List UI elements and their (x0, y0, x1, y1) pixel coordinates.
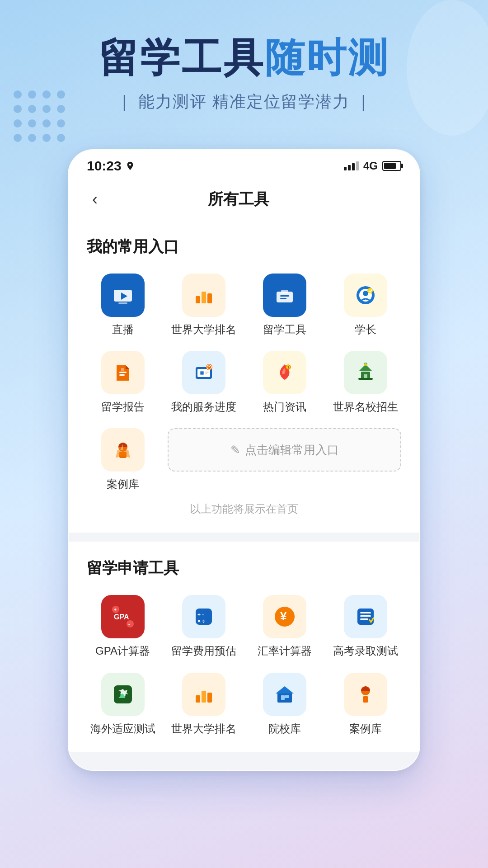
tool-label-service: 我的服务进度 (171, 400, 236, 414)
svg-text:-: - (128, 622, 130, 627)
tool-icon-schools (263, 673, 306, 716)
svg-rect-48 (360, 615, 371, 617)
hero-section: 留学工具随时测 ｜ 能力测评 精准定位留学潜力 ｜ (0, 0, 488, 131)
tool-label-live: 直播 (112, 322, 134, 336)
tool-item-exchange[interactable]: ¥ 汇率计算器 (249, 595, 320, 658)
tool-label-study-tools: 留学工具 (263, 322, 306, 336)
tool-icon-service (182, 351, 225, 394)
tool-icon-exchange: ¥ (263, 595, 306, 638)
svg-rect-7 (281, 290, 288, 293)
tool-label-schools: 院校库 (268, 722, 301, 736)
tool-label-news: 热门资讯 (263, 400, 306, 414)
status-right: 4G (344, 160, 401, 172)
content-area: 我的常用入口 直播 (69, 220, 419, 770)
edit-shortcut-label: 点击编辑常用入口 (245, 442, 339, 458)
hero-title: 留学工具随时测 (27, 36, 461, 80)
tool-item-schools[interactable]: 院校库 (249, 673, 320, 736)
tool-label-cost: 留学费用预估 (171, 644, 236, 658)
common-section: 我的常用入口 直播 (69, 220, 419, 533)
tool-icon-cost: + - × ÷ (182, 595, 225, 638)
nav-title: 所有工具 (103, 189, 374, 210)
tool-item-live[interactable]: 直播 (87, 274, 159, 336)
svg-rect-9 (280, 298, 286, 299)
svg-rect-2 (118, 302, 127, 304)
svg-rect-20 (205, 372, 209, 373)
svg-text:GPA: GPA (114, 613, 129, 621)
apply-section-title: 留学申请工具 (87, 558, 401, 579)
svg-rect-3 (196, 296, 200, 303)
tool-icon-cases2 (344, 673, 387, 716)
tool-item-service[interactable]: 我的服务进度 (168, 351, 239, 414)
svg-rect-15 (119, 374, 125, 376)
tool-icon-cases (101, 428, 145, 472)
tool-item-cases2[interactable]: 案例库 (329, 673, 401, 736)
tool-label-cases: 案例库 (107, 477, 139, 491)
svg-text:+: + (114, 607, 117, 612)
network-label: 4G (363, 160, 378, 172)
svg-rect-5 (207, 293, 212, 303)
svg-rect-21 (205, 373, 207, 374)
common-section-title: 我的常用入口 (87, 236, 401, 257)
svg-text:1: 1 (287, 366, 289, 369)
status-bar: 10:23 4G (69, 150, 419, 179)
tool-item-ranking2[interactable]: 世界大学排名 (168, 673, 239, 736)
tool-item-cases[interactable]: 案例库 (87, 428, 159, 491)
nav-bar: ‹ 所有工具 (69, 179, 419, 220)
common-tools-grid: 直播 世界大学排名 (87, 274, 401, 491)
tool-item-elite[interactable]: 世界名校招生 (329, 351, 401, 414)
battery-icon (382, 161, 401, 171)
svg-point-38 (127, 620, 134, 627)
tool-label-report: 留学报告 (101, 400, 145, 414)
tool-icon-news: 1 (263, 351, 306, 394)
signal-bars (344, 161, 359, 170)
decorative-dots (14, 90, 65, 142)
svg-rect-59 (363, 696, 368, 703)
tool-item-study-tools[interactable]: 留学工具 (249, 274, 320, 336)
apply-section: 留学申请工具 + - GPA (69, 542, 419, 751)
tool-icon-gaokao (344, 595, 387, 638)
hero-subtitle: ｜ 能力测评 精准定位留学潜力 ｜ (27, 91, 461, 113)
tool-label-gpa: GPA计算器 (95, 644, 150, 658)
phone-mockup: 10:23 4G ‹ 所有工具 (68, 149, 420, 771)
tool-item-abroad[interactable]: 海外适应测试 (87, 673, 159, 736)
tool-label-ranking: 世界大学排名 (171, 322, 236, 336)
svg-rect-51 (196, 695, 200, 703)
tool-item-ranking[interactable]: 世界大学排名 (168, 274, 239, 336)
tool-item-report[interactable]: 留学报告 (87, 351, 159, 414)
tool-item-senior[interactable]: 学长 (329, 274, 401, 336)
decorative-wave (407, 0, 488, 136)
tool-label-gaokao: 高考录取测试 (333, 644, 398, 658)
tool-label-abroad: 海外适应测试 (90, 722, 155, 736)
svg-rect-30 (358, 378, 373, 380)
tool-icon-senior (344, 274, 387, 317)
tool-label-ranking2: 世界大学排名 (171, 722, 236, 736)
tool-label-elite: 世界名校招生 (333, 400, 398, 414)
tool-icon-live (101, 274, 145, 317)
edit-icon: ✎ (230, 443, 240, 457)
svg-rect-4 (202, 292, 206, 303)
edit-shortcut-button[interactable]: ✎ 点击编辑常用入口 (168, 428, 401, 472)
svg-rect-53 (207, 693, 212, 703)
phone-wrapper: 10:23 4G ‹ 所有工具 (0, 149, 488, 771)
svg-rect-47 (360, 612, 371, 613)
svg-rect-57 (285, 695, 289, 698)
tool-icon-study-tools (263, 274, 306, 317)
tool-label-cases2: 案例库 (349, 722, 382, 736)
location-icon (125, 161, 135, 171)
svg-text:×  ÷: × ÷ (197, 618, 205, 624)
tool-item-gpa[interactable]: + - GPA GPA计算器 (87, 595, 159, 658)
tool-item-gaokao[interactable]: 高考录取测试 (329, 595, 401, 658)
tool-icon-abroad (101, 673, 145, 716)
svg-point-19 (201, 372, 203, 374)
svg-rect-49 (360, 618, 368, 620)
section-hint: 以上功能将展示在首页 (87, 491, 401, 516)
tool-label-exchange: 汇率计算器 (258, 644, 312, 658)
svg-rect-14 (119, 372, 127, 373)
tool-icon-elite (344, 351, 387, 394)
status-time: 10:23 (87, 158, 135, 174)
tool-icon-report (101, 351, 145, 394)
tool-icon-ranking2 (182, 673, 225, 716)
tool-item-cost[interactable]: + - × ÷ 留学费用预估 (168, 595, 239, 658)
tool-item-news[interactable]: 1 热门资讯 (249, 351, 320, 414)
back-button[interactable]: ‹ (87, 188, 103, 211)
